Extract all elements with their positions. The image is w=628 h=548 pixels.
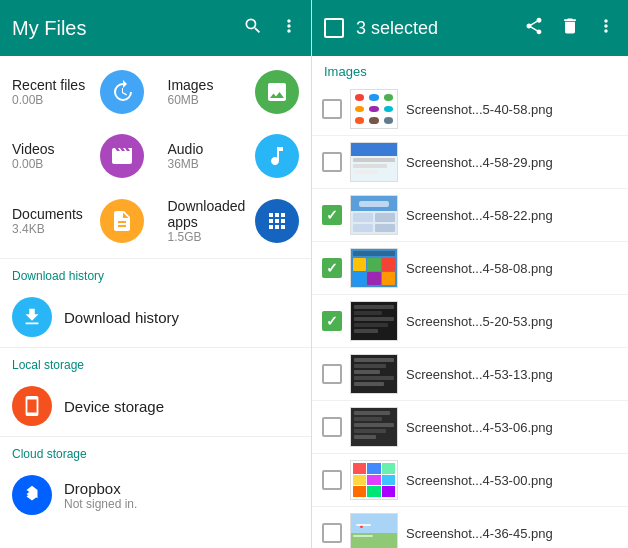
selected-count-label: 3 selected xyxy=(356,18,512,39)
file-row[interactable]: Screenshot...4-53-00.png xyxy=(312,454,628,507)
file-card-recent[interactable]: Recent files 0.00B xyxy=(0,60,156,124)
file-row[interactable]: Screenshot...4-53-06.png xyxy=(312,401,628,454)
file-checkbox-3[interactable] xyxy=(322,205,342,225)
file-card-name: Videos xyxy=(12,141,100,157)
file-card-documents[interactable]: Documents 3.4KB xyxy=(0,188,156,254)
images-icon xyxy=(255,70,299,114)
dropbox-name: Dropbox xyxy=(64,480,137,497)
left-header: My Files xyxy=(0,0,311,56)
file-thumbnail-2 xyxy=(350,142,398,182)
file-row[interactable]: Screenshot...5-20-53.png xyxy=(312,295,628,348)
audio-icon xyxy=(255,134,299,178)
file-card-name: Documents xyxy=(12,206,100,222)
left-header-icons xyxy=(243,16,299,41)
file-name-4: Screenshot...4-58-08.png xyxy=(406,261,618,276)
dropbox-sub: Not signed in. xyxy=(64,497,137,511)
file-thumbnail-5 xyxy=(350,301,398,341)
file-card-name: Images xyxy=(168,77,256,93)
file-checkbox-2[interactable] xyxy=(322,152,342,172)
file-name-9: Screenshot...4-36-45.png xyxy=(406,526,618,541)
dropbox-icon xyxy=(12,475,52,515)
file-thumbnail-8 xyxy=(350,460,398,500)
left-header-title: My Files xyxy=(12,17,243,40)
file-name-6: Screenshot...4-53-13.png xyxy=(406,367,618,382)
file-thumbnail-4 xyxy=(350,248,398,288)
file-card-size: 0.00B xyxy=(12,93,100,107)
file-name-7: Screenshot...4-53-06.png xyxy=(406,420,618,435)
file-thumbnail-1 xyxy=(350,89,398,129)
right-header: 3 selected xyxy=(312,0,628,56)
file-card-name: Recent files xyxy=(12,77,100,93)
device-storage-item[interactable]: Device storage xyxy=(0,376,311,436)
file-card-name: Audio xyxy=(168,141,256,157)
search-icon[interactable] xyxy=(243,16,263,41)
documents-icon xyxy=(100,199,144,243)
delete-icon[interactable] xyxy=(560,16,580,40)
file-checkbox-1[interactable] xyxy=(322,99,342,119)
file-checkbox-4[interactable] xyxy=(322,258,342,278)
downloaded-apps-icon xyxy=(255,199,299,243)
more-options-right-icon[interactable] xyxy=(596,16,616,40)
left-panel: My Files Recent files 0.00B xyxy=(0,0,312,548)
cloud-section-label: Cloud storage xyxy=(0,437,311,465)
file-name-8: Screenshot...4-53-00.png xyxy=(406,473,618,488)
file-name-3: Screenshot...4-58-22.png xyxy=(406,208,618,223)
file-thumbnail-7 xyxy=(350,407,398,447)
file-list: Screenshot...5-40-58.png Screenshot...4-… xyxy=(312,83,628,548)
file-name-1: Screenshot...5-40-58.png xyxy=(406,102,618,117)
local-section-label: Local storage xyxy=(0,348,311,376)
file-card-videos[interactable]: Videos 0.00B xyxy=(0,124,156,188)
select-all-checkbox[interactable] xyxy=(324,18,344,38)
file-card-size: 60MB xyxy=(168,93,256,107)
file-row[interactable]: Screenshot...4-58-08.png xyxy=(312,242,628,295)
right-section-label: Images xyxy=(312,56,628,83)
file-thumbnail-9 xyxy=(350,513,398,548)
file-name-5: Screenshot...5-20-53.png xyxy=(406,314,618,329)
file-card-name: Downloaded apps xyxy=(168,198,256,230)
more-options-icon[interactable] xyxy=(279,16,299,41)
file-row[interactable]: Screenshot...4-36-45.png xyxy=(312,507,628,548)
file-grid: Recent files 0.00B Images 60MB Videos 0.… xyxy=(0,56,311,258)
right-panel: 3 selected Images xyxy=(312,0,628,548)
download-history-item[interactable]: Download history xyxy=(0,287,311,347)
download-history-name: Download history xyxy=(64,309,179,326)
file-card-audio[interactable]: Audio 36MB xyxy=(156,124,312,188)
file-name-2: Screenshot...4-58-29.png xyxy=(406,155,618,170)
file-thumbnail-6 xyxy=(350,354,398,394)
dropbox-item[interactable]: Dropbox Not signed in. xyxy=(0,465,311,525)
file-checkbox-5[interactable] xyxy=(322,311,342,331)
device-storage-name: Device storage xyxy=(64,398,164,415)
download-history-icon xyxy=(12,297,52,337)
right-header-icons xyxy=(524,16,616,40)
file-checkbox-9[interactable] xyxy=(322,523,342,543)
file-checkbox-7[interactable] xyxy=(322,417,342,437)
file-row[interactable]: Screenshot...4-58-22.png xyxy=(312,189,628,242)
device-storage-icon xyxy=(12,386,52,426)
file-card-downloaded-apps[interactable]: Downloaded apps 1.5GB xyxy=(156,188,312,254)
file-row[interactable]: Screenshot...4-58-29.png xyxy=(312,136,628,189)
download-section-label: Download history xyxy=(0,259,311,287)
file-row[interactable]: Screenshot...4-53-13.png xyxy=(312,348,628,401)
file-checkbox-8[interactable] xyxy=(322,470,342,490)
file-card-size: 36MB xyxy=(168,157,256,171)
recent-icon xyxy=(100,70,144,114)
file-card-images[interactable]: Images 60MB xyxy=(156,60,312,124)
file-thumbnail-3 xyxy=(350,195,398,235)
videos-icon xyxy=(100,134,144,178)
file-card-size: 1.5GB xyxy=(168,230,256,244)
file-card-size: 3.4KB xyxy=(12,222,100,236)
share-icon[interactable] xyxy=(524,16,544,40)
file-row[interactable]: Screenshot...5-40-58.png xyxy=(312,83,628,136)
file-checkbox-6[interactable] xyxy=(322,364,342,384)
file-card-size: 0.00B xyxy=(12,157,100,171)
